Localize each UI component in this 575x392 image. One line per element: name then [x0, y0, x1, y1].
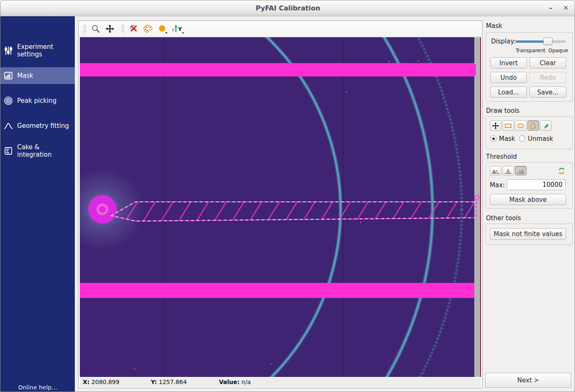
minimize-button[interactable]: –	[544, 2, 557, 14]
sidebar-item-cake-integration[interactable]: Cake & integration	[0, 143, 75, 159]
max-threshold-input[interactable]	[507, 179, 566, 190]
sidebar-item-label: Peak picking	[17, 97, 56, 104]
sidebar-item-geometry-fitting[interactable]: Geometry fitting	[0, 117, 75, 134]
titlebar: PyFAI Calibration – ✕	[0, 0, 575, 16]
pan-icon[interactable]	[104, 23, 116, 35]
pencil-tool-icon[interactable]	[540, 120, 552, 131]
clear-button[interactable]: Clear	[529, 57, 566, 69]
marker-circle-icon[interactable]	[156, 23, 168, 35]
undo-button[interactable]: Undo	[490, 72, 527, 83]
polygon-tool-icon[interactable]	[527, 120, 539, 131]
mask-polygon-hatched	[111, 202, 477, 221]
dropdown-arrow-icon	[165, 32, 168, 34]
diffraction-image-canvas[interactable]	[80, 37, 481, 377]
draw-tools-title: Draw tools	[486, 107, 519, 115]
load-button[interactable]: Load...	[490, 87, 527, 98]
sidebar-item-peak-picking[interactable]: Peak picking	[0, 92, 75, 109]
svg-text:0: 0	[172, 28, 174, 32]
pan-tool-icon[interactable]	[490, 120, 501, 131]
status-value: Value: n/a	[219, 379, 251, 385]
sidebar-item-label: Geometry fitting	[17, 122, 69, 130]
sidebar-item-experiment-settings[interactable]: Experiment settings	[0, 42, 75, 59]
sidebar-item-label: Mask	[17, 72, 33, 79]
diffraction-image	[80, 37, 481, 377]
redo-button[interactable]: Redo	[529, 72, 566, 83]
plot-margin-strip	[474, 37, 480, 377]
mask-above-icon[interactable]	[515, 166, 527, 176]
display-label: Display:	[491, 38, 516, 45]
toolbar-grip-handle[interactable]	[121, 24, 124, 33]
mask-between-icon[interactable]	[502, 166, 514, 176]
mask-opacity-slider[interactable]	[516, 38, 566, 45]
mask-section-title: Mask	[486, 22, 502, 30]
ellipse-tool-icon[interactable]	[515, 120, 527, 131]
other-tools-title: Other tools	[486, 214, 521, 222]
unmask-radio[interactable]	[519, 135, 525, 142]
plot-widget: 0 Y	[78, 20, 483, 388]
integration-lines-icon	[4, 146, 13, 155]
save-button[interactable]: Save...	[529, 87, 566, 98]
transparent-label: Transparent	[516, 48, 545, 53]
sliders-icon	[4, 46, 13, 55]
opaque-label: Opaque	[548, 48, 568, 53]
mask-not-finite-button[interactable]: Mask not finite values	[490, 228, 566, 240]
mask-radio[interactable]	[490, 135, 496, 142]
rectangle-tool-icon[interactable]	[502, 120, 514, 131]
reset-zoom-icon[interactable]	[128, 23, 140, 35]
app-window: PyFAI Calibration – ✕ Experiment setting…	[0, 0, 575, 392]
zoom-icon[interactable]	[90, 23, 102, 35]
y-axis-letter: Y	[178, 26, 182, 32]
close-button[interactable]: ✕	[560, 2, 572, 14]
slider-handle[interactable]	[543, 38, 552, 45]
online-help-link[interactable]: Online help...	[0, 384, 75, 391]
threshold-title: Threshold	[486, 153, 517, 160]
plot-toolbar: 0 Y	[79, 21, 482, 37]
toolbar-grip-handle[interactable]	[83, 24, 86, 33]
invert-button[interactable]: Invert	[490, 57, 527, 69]
window-title: PyFAI Calibration	[0, 4, 575, 12]
y-axis-orientation-icon[interactable]: 0 Y	[170, 23, 185, 35]
mask-band-bottom	[80, 283, 474, 298]
dropdown-arrow-icon	[182, 32, 184, 34]
next-button[interactable]: Next >	[485, 373, 571, 388]
sidebar-item-mask[interactable]: Mask	[0, 67, 75, 84]
max-label: Max:	[490, 181, 505, 189]
mask-above-button[interactable]: Mask above	[490, 194, 566, 205]
concentric-rings-icon	[4, 96, 13, 105]
mask-band-top	[80, 63, 474, 76]
peak-curve-icon	[4, 121, 13, 130]
colormap-palette-icon[interactable]	[142, 23, 154, 35]
sidebar-item-label: Cake & integration	[17, 143, 75, 158]
status-y: Y: 1257.864	[151, 379, 187, 385]
mask-image-icon	[4, 71, 13, 80]
refresh-icon[interactable]	[557, 166, 567, 176]
mask-radio-label: Mask	[499, 135, 515, 143]
mask-below-icon[interactable]	[490, 166, 501, 176]
sidebar-item-label: Experiment settings	[17, 43, 75, 58]
unmask-radio-label: Unmask	[528, 135, 553, 143]
status-bar: X: 2080.899 Y: 1257.864 Value: n/a	[80, 378, 481, 387]
status-x: X: 2080.899	[83, 379, 120, 385]
sidebar: Experiment settings Mask Peak picking	[0, 16, 75, 392]
mask-beamstop-circle	[88, 195, 117, 224]
